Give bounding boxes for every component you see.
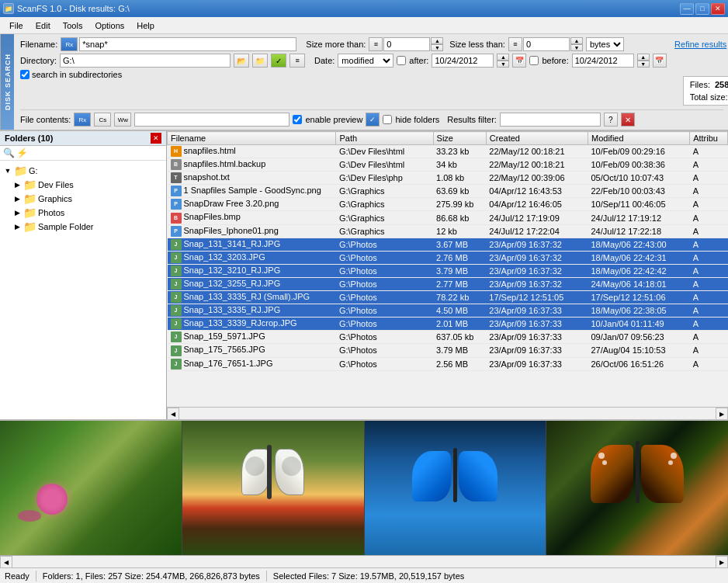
table-row[interactable]: JSnap_133_3335_RJ.JPG G:\Photos 4.50 MB … — [168, 304, 728, 318]
maximize-button[interactable]: □ — [695, 3, 709, 15]
menu-file[interactable]: File — [3, 19, 29, 32]
table-row[interactable]: JSnap_133_3335_RJ (Small).JPG G:\Photos … — [168, 291, 728, 304]
date-modifier-select[interactable]: modifiedcreatedaccessed — [338, 54, 393, 68]
directory-input[interactable] — [60, 54, 231, 68]
table-row[interactable]: BSnapFiles.bmp G:\Graphics 86.68 kb 24/J… — [168, 211, 728, 224]
after-down[interactable]: ▼ — [497, 61, 509, 68]
subdir-checkbox-label[interactable]: search in subdirectories — [20, 70, 122, 79]
table-row[interactable]: Hsnapfiles.html G:\Dev Files\html 33.23 … — [168, 145, 728, 158]
bottom-scroll-track[interactable] — [12, 556, 716, 567]
folders-close-btn[interactable]: ✕ — [151, 133, 161, 144]
dir-check-btn[interactable]: ✓ — [271, 54, 286, 68]
menu-edit[interactable]: Edit — [29, 19, 57, 32]
size-unit-select[interactable]: bytesKBMBGB — [586, 37, 624, 51]
enable-preview-checkbox[interactable] — [293, 115, 302, 124]
table-row[interactable]: JSnap_132_3255_RJ.JPG G:\Photos 2.77 MB … — [168, 277, 728, 290]
table-row[interactable]: JSnap_175_7565.JPG G:\Photos 3.79 MB 23/… — [168, 344, 728, 357]
table-row[interactable]: JSnap_132_3210_RJ.JPG G:\Photos 3.79 MB … — [168, 264, 728, 277]
table-row[interactable]: JSnap_176_7651-1.JPG G:\Photos 2.56 MB 2… — [168, 357, 728, 370]
menu-options[interactable]: Options — [88, 19, 130, 32]
col-attrib[interactable]: Attribu — [690, 132, 728, 145]
cell-attr: A — [690, 198, 728, 211]
filter-clear-btn[interactable]: ✕ — [621, 113, 635, 127]
minimize-button[interactable]: — — [680, 3, 694, 15]
before-cal-btn[interactable]: 📅 — [653, 54, 667, 68]
scroll-left-btn[interactable]: ◀ — [167, 408, 179, 419]
expand-icon-g[interactable]: ▼ — [3, 166, 12, 175]
files-table-wrap[interactable]: Filename Path Size Created Modified Attr… — [167, 131, 728, 407]
table-row[interactable]: P1 Snapfiles Sample - GoodSync.png G:\Gr… — [168, 185, 728, 198]
bottom-scroll-left[interactable]: ◀ — [0, 556, 12, 568]
expand-icon-devfiles[interactable]: ▶ — [12, 180, 22, 189]
after-cal-btn[interactable]: 📅 — [512, 54, 526, 68]
subdir-checkbox[interactable] — [20, 70, 29, 79]
total-size-label: Total size: — [690, 92, 728, 102]
table-row[interactable]: PSnapDraw Free 3.20.png G:\Graphics 275.… — [168, 198, 728, 211]
filename-regex-btn[interactable]: Rx — [61, 37, 78, 51]
menu-tools[interactable]: Tools — [57, 19, 89, 32]
cell-filename: JSnap_131_3141_RJ.JPG — [168, 238, 336, 251]
size-less-input[interactable] — [523, 37, 570, 51]
browse-btn[interactable]: 📂 — [234, 54, 249, 68]
scroll-right-btn[interactable]: ▶ — [716, 408, 728, 419]
size-more-up[interactable]: ▲ — [431, 37, 443, 44]
search-icon[interactable]: 🔍 — [3, 147, 15, 158]
close-button[interactable]: ✕ — [711, 3, 725, 15]
scroll-track[interactable] — [179, 408, 716, 419]
col-filename[interactable]: Filename — [168, 132, 336, 145]
tree-item-g[interactable]: ▼ 📁 G: — [3, 164, 166, 178]
size-less-up[interactable]: ▲ — [570, 37, 583, 44]
before-date-input[interactable] — [572, 54, 634, 68]
tree-item-devfiles[interactable]: ▶ 📁 Dev Files — [12, 178, 166, 192]
expand-icon-photos[interactable]: ▶ — [12, 208, 22, 217]
col-size[interactable]: Size — [433, 132, 486, 145]
contents-rx-btn[interactable]: Rx — [74, 113, 91, 127]
window-controls[interactable]: — □ ✕ — [680, 3, 725, 15]
filename-input[interactable] — [79, 37, 296, 51]
table-row[interactable]: JSnap_131_3141_RJ.JPG G:\Photos 3.67 MB … — [168, 238, 728, 251]
size-less-down[interactable]: ▼ — [570, 44, 583, 51]
tree-item-sample[interactable]: ▶ 📁 Sample Folder — [12, 220, 166, 234]
thumbnail-1[interactable] — [0, 421, 182, 555]
table-row[interactable]: JSnap_133_3339_RJcrop.JPG G:\Photos 2.01… — [168, 318, 728, 331]
bottom-scrollbar[interactable]: ◀ ▶ — [0, 555, 728, 567]
refine-results-link[interactable]: Refine results — [674, 40, 726, 49]
before-up[interactable]: ▲ — [637, 54, 650, 61]
bottom-scroll-right[interactable]: ▶ — [716, 556, 728, 568]
hide-folders-checkbox[interactable] — [383, 115, 392, 124]
thumbnail-2[interactable] — [182, 421, 365, 555]
table-row[interactable]: Tsnapshot.txt G:\Dev Files\php 1.08 kb 2… — [168, 172, 728, 185]
after-date-input[interactable] — [432, 54, 494, 68]
help-btn[interactable]: ? — [604, 113, 618, 127]
after-checkbox[interactable] — [397, 56, 406, 65]
contents-btn3[interactable]: Ww — [114, 113, 131, 127]
size-more-input[interactable] — [383, 37, 430, 51]
menu-help[interactable]: Help — [130, 19, 161, 32]
results-filter-input[interactable] — [500, 113, 601, 127]
dir-btn3[interactable]: ≡ — [289, 54, 305, 68]
folders-tree: ▼ 📁 G: ▶ 📁 Dev Files ▶ 📁 Graphics — [0, 161, 166, 419]
table-row[interactable]: PSnapFiles_Iphone01.png G:\Graphics 12 k… — [168, 224, 728, 238]
preview-btn[interactable]: ✓ — [366, 113, 380, 127]
table-row[interactable]: JSnap_159_5971.JPG G:\Photos 637.05 kb 2… — [168, 331, 728, 344]
tree-item-graphics[interactable]: ▶ 📁 Graphics — [12, 192, 166, 206]
expand-icon-graphics[interactable]: ▶ — [12, 194, 22, 203]
table-row[interactable]: JSnap_132_3203.JPG G:\Photos 2.76 MB 23/… — [168, 251, 728, 264]
thumbnail-4[interactable] — [546, 421, 728, 555]
expand-icon-sample[interactable]: ▶ — [12, 222, 22, 231]
file-contents-input[interactable] — [134, 113, 289, 127]
dir-btn2[interactable]: 📁 — [252, 54, 268, 68]
col-path[interactable]: Path — [336, 132, 433, 145]
contents-btn2[interactable]: Cs — [94, 113, 111, 127]
horizontal-scrollbar[interactable]: ◀ ▶ — [167, 407, 728, 419]
tree-item-photos[interactable]: ▶ 📁 Photos — [12, 206, 166, 220]
before-checkbox[interactable] — [529, 56, 539, 65]
thumbnail-3[interactable] — [365, 421, 547, 555]
filter-icon[interactable]: ⚡ — [16, 147, 28, 158]
col-created[interactable]: Created — [486, 132, 588, 145]
after-up[interactable]: ▲ — [497, 54, 509, 61]
before-down[interactable]: ▼ — [637, 61, 650, 68]
table-row[interactable]: Bsnapfiles.html.backup G:\Dev Files\html… — [168, 158, 728, 172]
col-modified[interactable]: Modified — [588, 132, 689, 145]
size-more-down[interactable]: ▼ — [431, 44, 443, 51]
